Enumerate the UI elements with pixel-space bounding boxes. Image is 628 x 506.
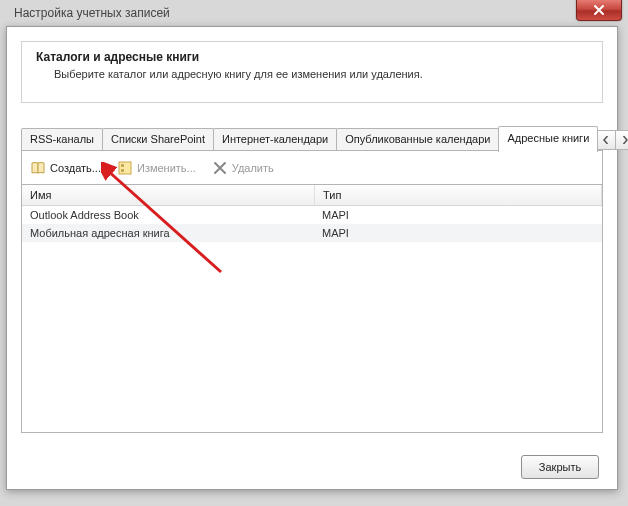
close-label: Закрыть <box>539 461 581 473</box>
header-panel: Каталоги и адресные книги Выберите катал… <box>21 41 603 103</box>
tab-rss[interactable]: RSS-каналы <box>21 128 103 151</box>
tab-strip: RSS-каналы Списки SharePoint Интернет-ка… <box>21 127 603 151</box>
cell-type: MAPI <box>314 206 602 224</box>
col-type[interactable]: Тип <box>315 185 602 205</box>
col-name[interactable]: Имя <box>22 185 315 205</box>
tab-scroll-nav <box>597 130 628 150</box>
cell-name: Outlook Address Book <box>22 206 314 224</box>
tab-published-calendars[interactable]: Опубликованные календари <box>336 128 499 151</box>
tab-label: Опубликованные календари <box>345 133 490 145</box>
tab-sharepoint[interactable]: Списки SharePoint <box>102 128 214 151</box>
tab-label: Адресные книги <box>507 132 589 144</box>
properties-icon <box>117 160 133 176</box>
toolbar: Создать... Изменить... Удалить <box>21 151 603 184</box>
header-heading: Каталоги и адресные книги <box>36 50 588 64</box>
book-open-icon <box>30 160 46 176</box>
svg-rect-0 <box>119 162 131 174</box>
edit-button[interactable]: Изменить... <box>117 160 196 176</box>
header-subtext: Выберите каталог или адресную книгу для … <box>54 68 588 80</box>
close-button[interactable]: Закрыть <box>521 455 599 479</box>
tab-label: Интернет-календари <box>222 133 328 145</box>
create-button[interactable]: Создать... <box>30 160 101 176</box>
tab-scroll-left[interactable] <box>596 130 616 150</box>
edit-label: Изменить... <box>137 162 196 174</box>
svg-rect-1 <box>121 164 124 167</box>
address-book-list[interactable]: Имя Тип Outlook Address Book MAPI Мобиль… <box>21 184 603 433</box>
cell-type: MAPI <box>314 224 602 242</box>
list-row[interactable]: Outlook Address Book MAPI <box>22 206 602 224</box>
tab-address-books[interactable]: Адресные книги <box>498 126 598 152</box>
cell-name: Мобильная адресная книга <box>22 224 314 242</box>
close-icon <box>593 4 605 16</box>
svg-rect-2 <box>121 169 124 172</box>
dialog: Настройка учетных записей Каталоги и адр… <box>6 26 618 490</box>
tab-scroll-right[interactable] <box>615 130 628 150</box>
window-title: Настройка учетных записей <box>6 0 178 24</box>
delete-x-icon <box>212 160 228 176</box>
tab-internet-calendars[interactable]: Интернет-календари <box>213 128 337 151</box>
list-header: Имя Тип <box>22 185 602 206</box>
list-row[interactable]: Мобильная адресная книга MAPI <box>22 224 602 242</box>
chevron-right-icon <box>621 136 628 144</box>
dialog-footer: Закрыть <box>7 445 617 489</box>
delete-label: Удалить <box>232 162 274 174</box>
window-close-button[interactable] <box>576 0 622 21</box>
tab-label: RSS-каналы <box>30 133 94 145</box>
tab-label: Списки SharePoint <box>111 133 205 145</box>
delete-button[interactable]: Удалить <box>212 160 274 176</box>
chevron-left-icon <box>602 136 610 144</box>
create-label: Создать... <box>50 162 101 174</box>
